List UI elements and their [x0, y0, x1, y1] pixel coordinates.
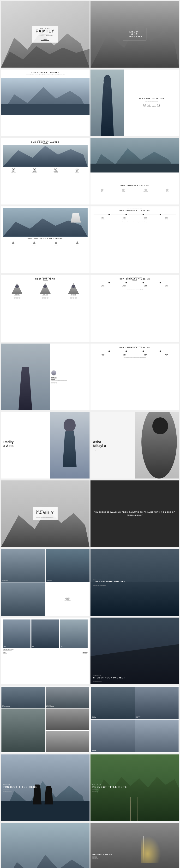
company-label: COMPANY	[127, 35, 143, 38]
slide-about-company: ABOUT OUR COMPANY	[91, 1, 179, 68]
timeline-title-1: OUR COMPANY TIMELINE	[93, 210, 177, 211]
cta-button[interactable]: 了解更多	[41, 38, 49, 41]
slide-portfolio-items: WRITE MORE TEST TITLE OF YOUR WORK Lorem…	[1, 618, 89, 684]
row-10: WRITE MORE TEST TITLE OF YOUR WORK Lorem…	[0, 617, 180, 685]
business-title: OUR BUSINESS PHILOSOPHY	[3, 238, 87, 240]
team-title: MEET OUR TEAM	[3, 278, 87, 280]
timeline-title-3: OUR COMPANY TIMELINE	[93, 347, 177, 348]
values-title-5: OUR COMPANY VALUES	[3, 141, 87, 143]
subtitle-label: SOMETHING AWESOME	[36, 35, 55, 36]
values-title-3: OUR COMPANY VALUES	[3, 71, 87, 73]
slide-quote-dark: "SUCCESS IS WALKING FROM FAILURE TO FAIL…	[91, 480, 179, 547]
raditya-firstname: Radity	[3, 440, 47, 444]
quote-text: "SUCCESS IS WALKING FROM FAILURE TO FAIL…	[93, 511, 176, 517]
row-8: WE ARE FAMILY Lorem ipsum dolor sit amet…	[0, 479, 180, 548]
slide-timeline-1: YOUR COMPANY NAME OUR COMPANY TIMELINE	[91, 207, 179, 273]
project-title-20: TITLE OF YOUR PROJECT	[93, 677, 177, 679]
slide-we-are-family: WE ARE FAMILY SOMETHING AWESOME 了解更多	[1, 1, 89, 68]
asha-firstname: Asha	[93, 440, 133, 444]
slide-values-icons: SOMETHING SUBTITLE OUR COMPANY VALUES ★ …	[1, 138, 89, 205]
slide-raditya: Radity a Apta Lorem ipsum dolor sit amet…	[1, 412, 89, 479]
slide-team-profile: JOHN DOE CEO / FOUNDER Lorem ipsum dolor…	[1, 344, 89, 410]
values-sub-3: Lorem ipsum dolor sit amet, consectetur …	[3, 74, 87, 75]
family-dark-label: FAMILY	[36, 511, 54, 515]
profile-title-11: CEO / FOUNDER	[51, 378, 88, 379]
slide-portfolio-work-2: TITLE OF YOUR WORK MORE WORK TITLE YOUR …	[91, 686, 179, 753]
our-label: OUR	[127, 33, 143, 35]
timeline-title-2: OUR COMPANY TIMELINE	[93, 278, 177, 280]
row-2: OUR COMPANY VALUES Lorem ipsum dolor sit…	[0, 68, 180, 137]
slide-values-person: OUR COMPANY VALUES Lorem ipsum dolor sit…	[91, 69, 179, 136]
slide-project-title-dark-2: SUBTITLE TITLE OF YOUR PROJECT Lorem ips…	[91, 618, 179, 684]
slide-family-dark: WE ARE FAMILY Lorem ipsum dolor sit amet…	[1, 480, 89, 547]
slide-meet-team: SOMETHING SUBTITLE MEET OUR TEAM JOHN DO…	[1, 275, 89, 342]
row-3: SOMETHING SUBTITLE OUR COMPANY VALUES ★ …	[0, 137, 180, 206]
values-title-6: OUR COMPANY VALUES	[120, 185, 149, 186]
slide-business-philosophy: OUR BUSINESS PHILOSOPHY TITLE AWESOME SO…	[1, 207, 89, 273]
row-1: WE ARE FAMILY SOMETHING AWESOME 了解更多 ABO	[0, 0, 180, 68]
slide-project-name-2: PROJECT NAME SOMETHING Lorem ipsum dolor	[91, 823, 179, 868]
project-title-18: TITLE OF YOUR PROJECT	[93, 580, 176, 583]
presentation-container: WE ARE FAMILY SOMETHING AWESOME 了解更多 ABO	[0, 0, 180, 868]
project-title-22: PROJECT TITLE HERE	[3, 786, 87, 788]
slide-timeline-2: YOUR COMPANY NAME OUR COMPANY TIMELINE	[91, 275, 179, 342]
slide-values-landscape: OUR COMPANY VALUES TITLE AWESOME	[91, 138, 179, 205]
values-title-4: OUR COMPANY VALUES	[139, 98, 165, 100]
slide-project-title-dark: SUBTITLE TITLE OF YOUR PROJECT Lorem ips…	[91, 549, 179, 616]
slide-project-name-1: PROJECT NAME SOMETHING Lorem ipsum dolor…	[1, 823, 89, 868]
slide-asha: Asha Mikayl a Lorem ipsum dolor sit amet	[91, 412, 179, 479]
slide-values-mountain: OUR COMPANY VALUES Lorem ipsum dolor sit…	[1, 69, 89, 136]
raditya-lastname: a Apta	[3, 444, 47, 448]
slide-project-title-here-2: PROJECT PROJECT TITLE HERE Lorem ipsum d…	[91, 754, 179, 821]
project-name-25: PROJECT NAME	[93, 853, 177, 856]
row-6: JOHN DOE CEO / FOUNDER Lorem ipsum dolor…	[0, 343, 180, 411]
row-9: SOMETHING AWESOME LEARN Lorem ipsum dolo…	[0, 548, 180, 617]
project-title-23: PROJECT TITLE HERE	[93, 786, 177, 788]
family-label: FAMILY	[36, 29, 55, 33]
asha-lastname: Mikayl a	[93, 444, 133, 448]
row-5: SOMETHING SUBTITLE MEET OUR TEAM JOHN DO…	[0, 274, 180, 343]
slide-portfolio-work: WORK TITLE OF YOUR WORK MORE WORK TITLE …	[1, 686, 89, 753]
row-13: PROJECT NAME SOMETHING Lorem ipsum dolor…	[0, 822, 180, 868]
slide-timeline-3: YOUR COMPANY NAME OUR COMPANY TIMELINE	[91, 344, 179, 410]
row-11: WORK TITLE OF YOUR WORK MORE WORK TITLE …	[0, 685, 180, 754]
about-label: ABOUT	[127, 31, 143, 33]
row-4: OUR BUSINESS PHILOSOPHY TITLE AWESOME SO…	[0, 206, 180, 274]
slide-project-title-here-1: PROJECT PROJECT TITLE HERE Lorem ipsum d…	[1, 754, 89, 821]
row-7: Radity a Apta Lorem ipsum dolor sit amet…	[0, 411, 180, 480]
slide-portfolio-grid: SOMETHING AWESOME LEARN Lorem ipsum dolo…	[1, 549, 89, 616]
row-12: PROJECT PROJECT TITLE HERE Lorem ipsum d…	[0, 753, 180, 822]
